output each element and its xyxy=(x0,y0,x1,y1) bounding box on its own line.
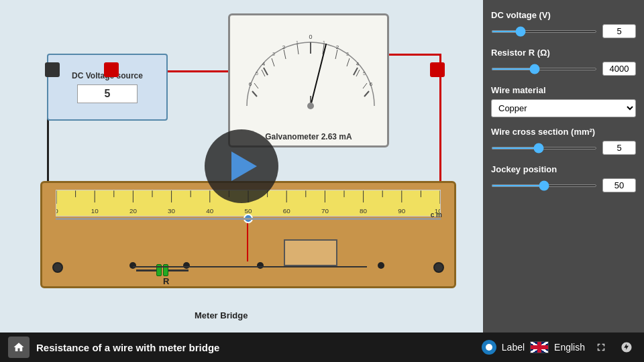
terminal-red-right xyxy=(430,62,445,77)
svg-text:6: 6 xyxy=(370,81,373,87)
resistor-value: 4000 xyxy=(602,62,636,76)
svg-text:3: 3 xyxy=(346,52,349,56)
node-mid xyxy=(257,262,264,269)
bridge-wire xyxy=(56,218,441,220)
wire-black-h xyxy=(47,123,49,125)
jockey-slider[interactable] xyxy=(491,184,597,187)
svg-text:6: 6 xyxy=(249,81,252,87)
svg-point-66 xyxy=(486,344,492,351)
voltage-source-display: 5 xyxy=(77,84,138,103)
play-button[interactable] xyxy=(205,129,278,203)
dc-voltage-label: DC voltage (V) xyxy=(491,10,636,20)
meter-bridge-label: Meter Bridge xyxy=(195,310,248,320)
svg-text:3: 3 xyxy=(272,52,275,56)
meter-face: 0 2 2 4 4 6 6 1 1 3 3 5 5 xyxy=(230,15,387,123)
svg-text:0: 0 xyxy=(309,34,312,40)
svg-text:70: 70 xyxy=(321,207,329,215)
svg-text:90: 90 xyxy=(398,207,405,215)
uk-flag xyxy=(530,341,549,353)
node-right-resistor xyxy=(183,262,190,269)
resistor-control: Resistor R (Ω) 4000 xyxy=(491,48,636,76)
svg-text:4: 4 xyxy=(262,61,266,67)
settings-button[interactable] xyxy=(617,338,636,357)
resistor-slider[interactable] xyxy=(491,68,597,70)
dc-voltage-control: DC voltage (V) 5 xyxy=(491,10,636,38)
svg-text:40: 40 xyxy=(206,207,213,215)
jockey-value: 50 xyxy=(602,178,636,192)
terminal-bridge-left xyxy=(52,262,63,273)
connection-box xyxy=(284,239,337,266)
bottom-wire-h xyxy=(133,266,367,267)
wire-cross-value: 5 xyxy=(602,141,636,155)
right-panel: DC voltage (V) 5 Resistor R (Ω) 4000 Wir… xyxy=(483,0,644,362)
wire-cross-slider[interactable] xyxy=(491,147,597,149)
terminal-bridge-right xyxy=(433,262,444,273)
svg-text:20: 20 xyxy=(129,207,137,215)
svg-text:2: 2 xyxy=(282,44,286,50)
wire-galv-right-red xyxy=(388,54,441,56)
simulation-area: DC Voltage source 5 xyxy=(0,0,483,362)
terminal-black-left xyxy=(45,62,60,77)
page-title: Resistance of a wire with meter bridge xyxy=(36,342,475,353)
label-text: Label xyxy=(502,342,525,353)
dc-voltage-slider[interactable] xyxy=(491,30,597,33)
settings-icon xyxy=(621,341,633,353)
fullscreen-button[interactable] xyxy=(592,338,610,357)
svg-text:5: 5 xyxy=(256,71,258,76)
svg-text:2: 2 xyxy=(336,44,339,50)
r-label: R xyxy=(163,276,169,286)
svg-text:5: 5 xyxy=(363,71,366,76)
wire-cross-control: Wire cross section (mm²) 5 xyxy=(491,127,636,155)
wire-cross-label: Wire cross section (mm²) xyxy=(491,127,636,137)
galvanometer-svg: 0 2 2 4 4 6 6 1 1 3 3 5 5 xyxy=(233,19,387,119)
label-section: Label English xyxy=(482,340,585,355)
flag-h xyxy=(531,345,548,349)
node-left-resistor xyxy=(129,262,136,269)
dc-voltage-value: 5 xyxy=(602,24,636,38)
svg-text:1: 1 xyxy=(323,40,325,45)
jockey-label: Jockey position xyxy=(491,164,636,174)
svg-text:60: 60 xyxy=(283,207,290,215)
wire-material-control: Wire material Copper Aluminium Iron Nich… xyxy=(491,85,636,117)
home-button[interactable] xyxy=(8,337,30,358)
jockey-control: Jockey position 50 xyxy=(491,164,636,192)
bottom-bar: Resistance of a wire with meter bridge L… xyxy=(0,333,644,362)
sim-content: DC Voltage source 5 xyxy=(0,0,483,333)
fullscreen-icon xyxy=(595,341,607,353)
resistor-label: Resistor R (Ω) xyxy=(491,48,636,58)
jockey-wire xyxy=(247,218,248,261)
svg-text:1: 1 xyxy=(296,40,299,45)
wire-material-label: Wire material xyxy=(491,85,636,95)
terminal-red-left xyxy=(104,62,119,77)
language-text[interactable]: English xyxy=(554,342,585,353)
galvanometer: 0 2 2 4 4 6 6 1 1 3 3 5 5 xyxy=(228,13,389,147)
voltage-source-value: 5 xyxy=(105,88,111,100)
home-icon xyxy=(13,341,25,353)
svg-text:30: 30 xyxy=(168,207,175,215)
svg-text:4: 4 xyxy=(356,61,360,67)
svg-text:10: 10 xyxy=(91,207,99,215)
play-icon xyxy=(231,152,257,181)
wire-material-select[interactable]: Copper Aluminium Iron Nichrome xyxy=(491,99,636,117)
node-right xyxy=(378,262,384,269)
svg-text:80: 80 xyxy=(360,207,367,215)
svg-point-31 xyxy=(307,103,314,109)
label-icon-svg xyxy=(485,343,493,351)
label-icon xyxy=(482,340,496,355)
